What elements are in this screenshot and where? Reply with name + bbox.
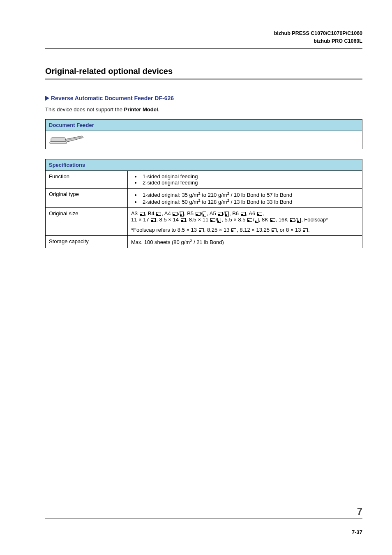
- table-row: Function 1-sided original feeding 2-side…: [46, 170, 362, 188]
- landscape-icon: [199, 228, 204, 232]
- list-item: 2-sided original: 50 g/m2 to 128 g/m2 / …: [141, 198, 359, 205]
- size-line1: A3 , B4 , A4 /, B5 /, A5 /, B6 , A6 ,: [131, 210, 359, 216]
- landscape-icon: [210, 218, 215, 222]
- landscape-icon: [156, 212, 161, 216]
- body-text-bold: Printer Model: [124, 106, 158, 113]
- portrait-icon: [225, 212, 229, 216]
- triangle-icon: [45, 96, 49, 101]
- portrait-icon: [297, 218, 301, 223]
- chapter-number: 7: [45, 506, 362, 519]
- spec-label-original-size: Original size: [46, 208, 128, 236]
- spec-value-function: 1-sided original feeding 2-sided origina…: [128, 170, 362, 188]
- doc-feeder-header: Document Feeder: [46, 119, 362, 131]
- landscape-icon: [257, 212, 262, 216]
- spec-value-storage: Max. 100 sheets (80 g/m2 / 21 lb Bond): [128, 236, 362, 248]
- header-line1: bizhub PRESS C1070/C1070P/C1060: [45, 30, 362, 37]
- landscape-icon: [247, 218, 252, 222]
- page-number: 7-37: [45, 529, 362, 535]
- list-item: 1-sided original: 35 g/m2 to 210 g/m2 / …: [141, 191, 359, 198]
- sub-heading: Reverse Automatic Document Feeder DF-626: [45, 95, 362, 101]
- size-line2: 11 × 17 , 8.5 × 14 , 8.5 × 11 /, 5.5 × 8…: [131, 216, 359, 223]
- spec-value-original-type: 1-sided original: 35 g/m2 to 210 g/m2 / …: [128, 188, 362, 208]
- list-item: 1-sided original feeding: [141, 173, 359, 180]
- landscape-icon: [181, 218, 186, 222]
- section-title: Original-related optional devices: [45, 67, 362, 76]
- spec-value-original-size: A3 , B4 , A4 /, B5 /, A5 /, B6 , A6 , 11…: [128, 208, 362, 236]
- document-feeder-icon: [49, 134, 86, 145]
- table-row: Original size A3 , B4 , A4 /, B5 /, A5 /…: [46, 208, 362, 236]
- landscape-icon: [290, 218, 295, 222]
- portrait-icon: [255, 218, 258, 223]
- landscape-icon: [218, 212, 223, 216]
- landscape-icon: [231, 228, 236, 232]
- body-text-prefix: This device does not support the: [45, 106, 124, 113]
- size-line3: *Foolscap refers to 8.5 × 13 , 8.25 × 13…: [131, 227, 359, 233]
- landscape-icon: [303, 228, 308, 232]
- spec-header: Specifications: [46, 159, 362, 170]
- spec-label-storage: Storage capacity: [46, 236, 128, 248]
- spec-label-original-type: Original type: [46, 188, 128, 208]
- portrait-icon: [217, 218, 221, 223]
- landscape-icon: [241, 212, 246, 216]
- spec-label-function: Function: [46, 170, 128, 188]
- doc-feeder-image-cell: [46, 131, 362, 149]
- specifications-table: Specifications Function 1-sided original…: [45, 159, 362, 249]
- section-rule: [45, 78, 362, 80]
- table-row: Original type 1-sided original: 35 g/m2 …: [46, 188, 362, 208]
- portrait-icon: [203, 212, 206, 216]
- page-footer: 7 7-37: [45, 506, 362, 535]
- sub-heading-text: Reverse Automatic Document Feeder DF-626: [51, 95, 174, 101]
- body-text-suffix: .: [158, 106, 160, 113]
- landscape-icon: [140, 212, 145, 216]
- document-feeder-table: Document Feeder: [45, 119, 362, 149]
- landscape-icon: [270, 218, 275, 222]
- list-item: 2-sided original feeding: [141, 180, 359, 186]
- landscape-icon: [196, 212, 201, 216]
- body-text: This device does not support the Printer…: [45, 106, 362, 113]
- landscape-icon: [151, 218, 156, 222]
- header-line2: bizhub PRO C1060L: [45, 37, 362, 45]
- page-header: bizhub PRESS C1070/C1070P/C1060 bizhub P…: [45, 30, 362, 49]
- landscape-icon: [173, 212, 178, 216]
- portrait-icon: [180, 212, 184, 216]
- table-row: Storage capacity Max. 100 sheets (80 g/m…: [46, 236, 362, 248]
- landscape-icon: [272, 228, 277, 232]
